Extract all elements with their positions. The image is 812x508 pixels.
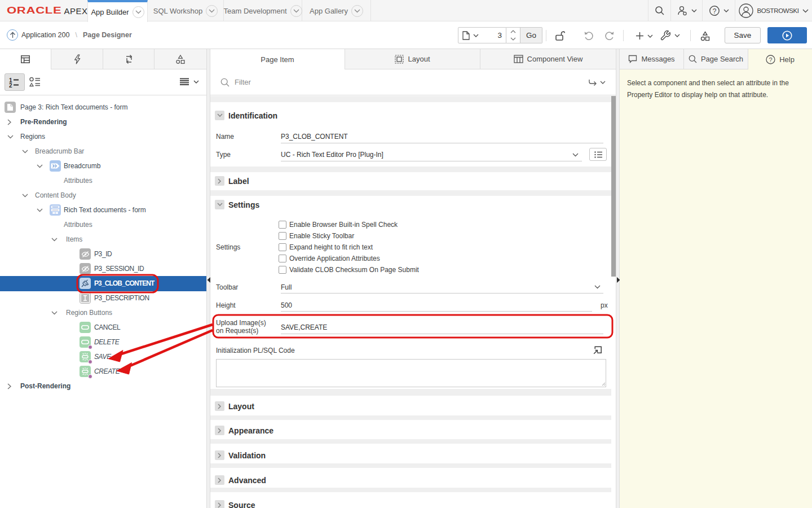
svg-text:?: ? bbox=[769, 56, 773, 63]
svg-text:2: 2 bbox=[9, 82, 12, 87]
svg-text:?: ? bbox=[712, 7, 716, 15]
